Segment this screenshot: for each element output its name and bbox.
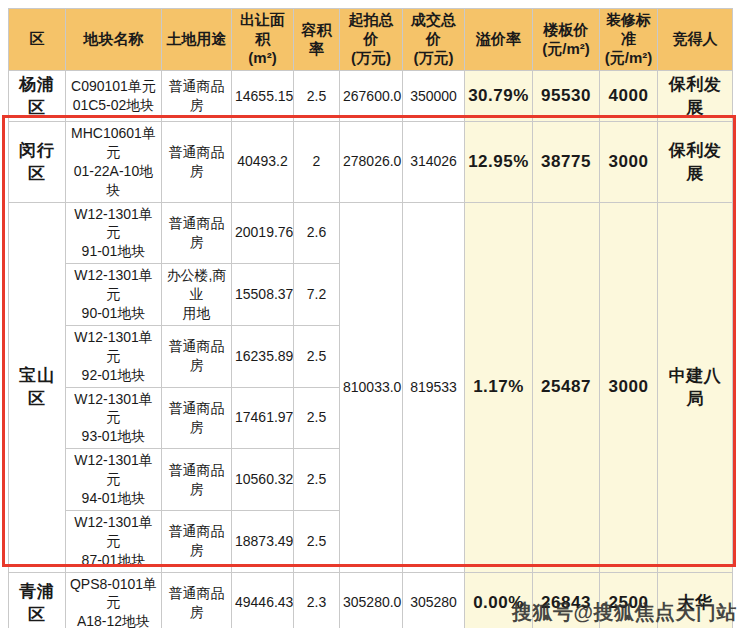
table-header-row: 区 地块名称 土地用途 出让面积(m²) 容积率 起拍总价(万元) 成交总价(万… [9, 9, 733, 71]
winner-cell: 保利发展 [658, 122, 733, 203]
far-cell: 7.2 [294, 264, 340, 326]
start-price-cell: 278026.0 [340, 122, 403, 203]
area-cell: 20019.76 [232, 202, 294, 264]
table-row-minhang: 闵行区 MHC10601单元 01-22A-10地块 普通商品房 40493.2… [9, 122, 733, 203]
deal-price-cell: 314026 [403, 122, 465, 203]
col-header-premium-rate: 溢价率 [465, 9, 533, 71]
floor-price-cell: 95530 [533, 71, 600, 122]
far-cell: 2.5 [294, 71, 340, 122]
col-header-district: 区 [9, 9, 66, 71]
land-use-cell: 普通商品房 [162, 510, 232, 572]
plot-name-cell: W12-1301单元 91-01地块 [66, 202, 162, 264]
floor-price-cell: 38775 [533, 122, 600, 203]
plot-name-cell: QPS8-0101单元 A18-12地块 [66, 572, 162, 628]
plot-name-cell: W12-1301单元 87-01地块 [66, 510, 162, 572]
table-row-qingpu: 青浦区 QPS8-0101单元 A18-12地块 普通商品房 49446.43 … [9, 572, 733, 628]
col-header-land-use: 土地用途 [162, 9, 232, 71]
plot-name-cell: W12-1301单元 93-01地块 [66, 387, 162, 449]
area-cell: 16235.89 [232, 325, 294, 387]
winner-cell: 保利发展 [658, 71, 733, 122]
premium-rate-cell: 0.00% [465, 572, 533, 628]
premium-rate-cell: 30.79% [465, 71, 533, 122]
area-cell: 14655.15 [232, 71, 294, 122]
decoration-cell: 3000 [600, 202, 658, 572]
col-header-far: 容积率 [294, 9, 340, 71]
premium-rate-cell: 12.95% [465, 122, 533, 203]
winner-cell: 大华 [658, 572, 733, 628]
plot-name-cell: C090101单元 01C5-02地块 [66, 71, 162, 122]
deal-price-cell: 350000 [403, 71, 465, 122]
plot-name-cell: W12-1301单元 90-01地块 [66, 264, 162, 326]
land-auction-screenshot: 区 地块名称 土地用途 出让面积(m²) 容积率 起拍总价(万元) 成交总价(万… [0, 0, 740, 628]
start-price-cell: 810033.0 [340, 202, 403, 572]
area-cell: 40493.2 [232, 122, 294, 203]
district-cell: 闵行区 [9, 122, 66, 203]
plot-name-cell: W12-1301单元 92-01地块 [66, 325, 162, 387]
land-use-cell: 办公楼,商业 用地 [162, 264, 232, 326]
decoration-cell: 2500 [600, 572, 658, 628]
area-cell: 49446.43 [232, 572, 294, 628]
winner-cell: 中建八局 [658, 202, 733, 572]
area-cell: 18873.49 [232, 510, 294, 572]
col-header-decoration: 装修标准(元/m²) [600, 9, 658, 71]
floor-price-cell: 26843 [533, 572, 600, 628]
floor-price-cell: 25487 [533, 202, 600, 572]
land-auction-table: 区 地块名称 土地用途 出让面积(m²) 容积率 起拍总价(万元) 成交总价(万… [8, 8, 733, 628]
col-header-floor-price: 楼板价(元/m²) [533, 9, 600, 71]
plot-name-cell: MHC10601单元 01-22A-10地块 [66, 122, 162, 203]
district-cell: 宝山区 [9, 202, 66, 572]
plot-name-cell: W12-1301单元 94-01地块 [66, 449, 162, 511]
far-cell: 2.5 [294, 510, 340, 572]
start-price-cell: 267600.0 [340, 71, 403, 122]
land-use-cell: 普通商品房 [162, 387, 232, 449]
col-header-area: 出让面积(m²) [232, 9, 294, 71]
decoration-cell: 4000 [600, 71, 658, 122]
area-cell: 17461.97 [232, 387, 294, 449]
far-cell: 2.3 [294, 572, 340, 628]
deal-price-cell: 819533 [403, 202, 465, 572]
col-header-plot-name: 地块名称 [66, 9, 162, 71]
far-cell: 2.5 [294, 449, 340, 511]
start-price-cell: 305280.0 [340, 572, 403, 628]
far-cell: 2.5 [294, 387, 340, 449]
district-cell: 杨浦区 [9, 71, 66, 122]
land-use-cell: 普通商品房 [162, 71, 232, 122]
col-header-start-price: 起拍总价(万元) [340, 9, 403, 71]
deal-price-cell: 305280 [403, 572, 465, 628]
far-cell: 2.5 [294, 325, 340, 387]
table-row-baoshan-1: 宝山区 W12-1301单元 91-01地块 普通商品房 20019.76 2.… [9, 202, 733, 264]
land-use-cell: 普通商品房 [162, 572, 232, 628]
land-use-cell: 普通商品房 [162, 449, 232, 511]
decoration-cell: 3000 [600, 122, 658, 203]
col-header-deal-price: 成交总价(万元) [403, 9, 465, 71]
land-use-cell: 普通商品房 [162, 325, 232, 387]
land-use-cell: 普通商品房 [162, 202, 232, 264]
far-cell: 2.6 [294, 202, 340, 264]
col-header-winner: 竞得人 [658, 9, 733, 71]
area-cell: 10560.32 [232, 449, 294, 511]
far-cell: 2 [294, 122, 340, 203]
district-cell: 青浦区 [9, 572, 66, 628]
premium-rate-cell: 1.17% [465, 202, 533, 572]
table-row-yangpu: 杨浦区 C090101单元 01C5-02地块 普通商品房 14655.15 2… [9, 71, 733, 122]
land-use-cell: 普通商品房 [162, 122, 232, 203]
area-cell: 15508.37 [232, 264, 294, 326]
